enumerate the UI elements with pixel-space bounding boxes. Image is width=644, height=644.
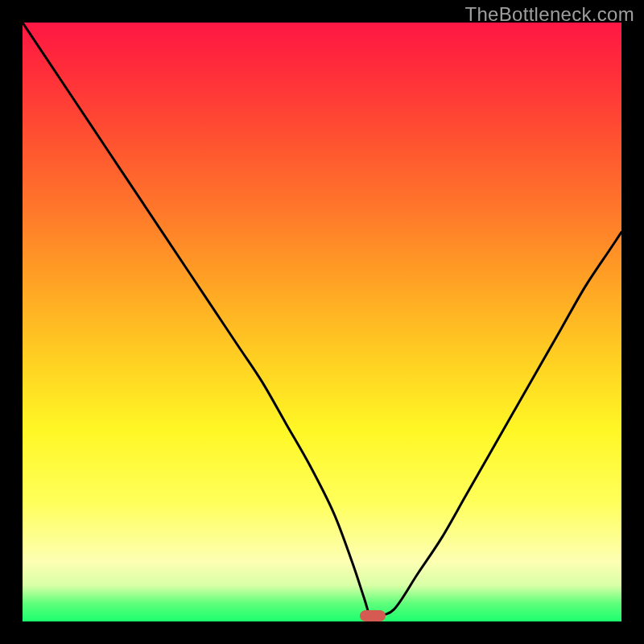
chart-frame: { "watermark": "TheBottleneck.com", "mar… [0, 0, 644, 644]
bottleneck-curve [23, 23, 621, 621]
optimal-marker [360, 610, 386, 621]
plot-area [23, 23, 621, 621]
